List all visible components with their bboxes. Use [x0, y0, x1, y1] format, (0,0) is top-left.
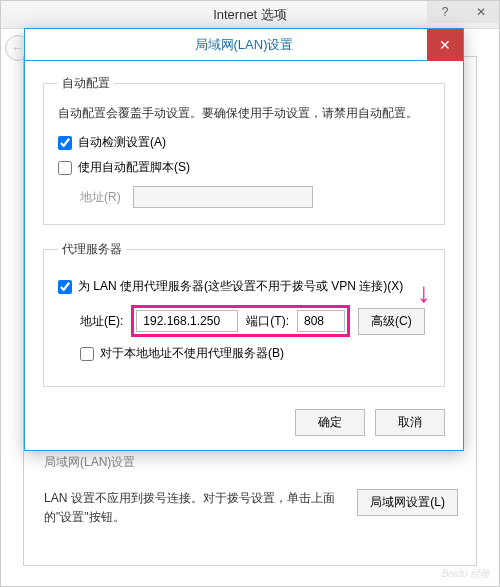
- proxy-group: 代理服务器 为 LAN 使用代理服务器(这些设置不用于拨号或 VPN 连接)(X…: [43, 241, 445, 387]
- use-script-checkbox[interactable]: [58, 161, 72, 175]
- lan-settings-dialog: 局域网(LAN)设置 ✕ 自动配置 自动配置会覆盖手动设置。要确保使用手动设置，…: [24, 28, 464, 451]
- use-proxy-label: 为 LAN 使用代理服务器(这些设置不用于拨号或 VPN 连接)(X): [78, 278, 403, 295]
- dialog-button-row: 确定 取消: [43, 403, 445, 436]
- dialog-titlebar: 局域网(LAN)设置 ✕: [25, 29, 463, 61]
- script-address-input: [133, 186, 313, 208]
- auto-detect-checkbox[interactable]: [58, 136, 72, 150]
- proxy-legend: 代理服务器: [58, 241, 126, 258]
- parent-lan-row: LAN 设置不应用到拨号连接。对于拨号设置，单击上面的"设置"按钮。 局域网设置…: [44, 489, 458, 527]
- proxy-port-label: 端口(T):: [246, 313, 289, 330]
- parent-lan-heading: 局域网(LAN)设置: [44, 454, 135, 471]
- watermark: Baidu 经验: [442, 567, 490, 581]
- use-proxy-row[interactable]: 为 LAN 使用代理服务器(这些设置不用于拨号或 VPN 连接)(X): [58, 278, 430, 295]
- parent-titlebar: Internet 选项: [1, 1, 499, 29]
- cancel-button[interactable]: 取消: [375, 409, 445, 436]
- parent-lan-hint: LAN 设置不应用到拨号连接。对于拨号设置，单击上面的"设置"按钮。: [44, 489, 341, 527]
- ok-button[interactable]: 确定: [295, 409, 365, 436]
- close-icon: ✕: [439, 37, 451, 53]
- use-proxy-checkbox[interactable]: [58, 280, 72, 294]
- use-script-row[interactable]: 使用自动配置脚本(S): [58, 159, 430, 176]
- help-button[interactable]: ?: [427, 1, 463, 23]
- lan-settings-button[interactable]: 局域网设置(L): [357, 489, 458, 516]
- use-script-label: 使用自动配置脚本(S): [78, 159, 190, 176]
- script-address-label: 地址(R): [80, 189, 121, 206]
- parent-window-controls: ? ✕: [427, 1, 499, 23]
- close-button[interactable]: ✕: [463, 1, 499, 23]
- auto-detect-label: 自动检测设置(A): [78, 134, 166, 151]
- bypass-local-row[interactable]: 对于本地地址不使用代理服务器(B): [80, 345, 430, 362]
- dialog-title: 局域网(LAN)设置: [195, 36, 294, 54]
- proxy-port-input[interactable]: [297, 310, 345, 332]
- auto-config-desc: 自动配置会覆盖手动设置。要确保使用手动设置，请禁用自动配置。: [58, 104, 430, 122]
- arrow-annotation-icon: ↓: [417, 277, 431, 309]
- auto-detect-row[interactable]: 自动检测设置(A): [58, 134, 430, 151]
- bypass-local-label: 对于本地地址不使用代理服务器(B): [100, 345, 284, 362]
- proxy-address-row: 地址(E): 端口(T): 高级(C): [80, 305, 430, 337]
- script-address-row: 地址(R): [80, 186, 430, 208]
- bypass-local-checkbox[interactable]: [80, 347, 94, 361]
- dialog-body: 自动配置 自动配置会覆盖手动设置。要确保使用手动设置，请禁用自动配置。 自动检测…: [25, 61, 463, 450]
- proxy-address-label: 地址(E):: [80, 313, 123, 330]
- advanced-button[interactable]: 高级(C): [358, 308, 425, 335]
- highlight-annotation: 端口(T):: [131, 305, 350, 337]
- dialog-close-button[interactable]: ✕: [427, 29, 463, 61]
- parent-title: Internet 选项: [213, 6, 287, 24]
- auto-config-group: 自动配置 自动配置会覆盖手动设置。要确保使用手动设置，请禁用自动配置。 自动检测…: [43, 75, 445, 225]
- auto-config-legend: 自动配置: [58, 75, 114, 92]
- proxy-address-input[interactable]: [136, 310, 238, 332]
